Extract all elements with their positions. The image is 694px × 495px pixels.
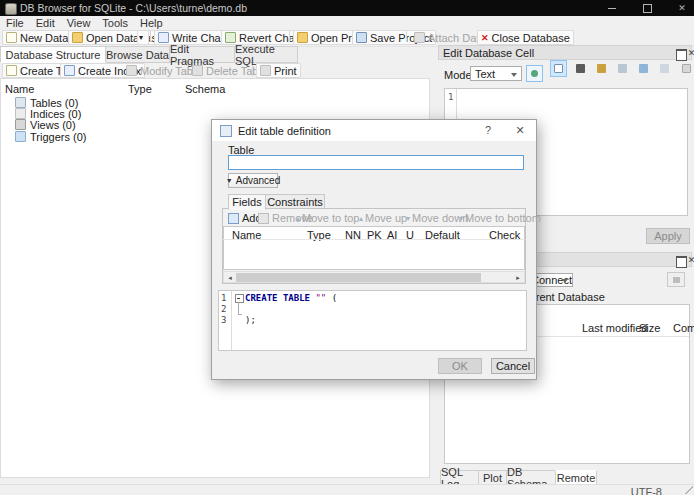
sql-close-paren: ); [245, 315, 256, 325]
apply-button[interactable]: Apply [646, 228, 690, 244]
attach-database-icon [414, 32, 425, 43]
print-cell-button[interactable] [678, 60, 694, 77]
close-database-button[interactable]: ✕ Close Database [477, 30, 574, 45]
remote-column-size[interactable]: Size [639, 322, 660, 334]
tree-column-name[interactable]: Name [5, 83, 34, 95]
toolbar-separator [150, 31, 151, 42]
ok-button[interactable]: OK [438, 358, 482, 374]
export-data-icon [660, 64, 669, 73]
open-project-icon [297, 32, 308, 43]
import-data-button[interactable] [635, 60, 652, 77]
scrollbar-thumb[interactable] [236, 273, 481, 282]
tab-execute-sql[interactable]: Execute SQL [234, 46, 298, 63]
add-field-button[interactable]: Add [228, 212, 262, 224]
chevron-down-icon [562, 279, 568, 283]
views-icon [15, 119, 26, 130]
chevron-down-icon [511, 73, 517, 77]
menu-bar: File Edit View Tools Help [0, 16, 694, 29]
print-button[interactable]: Print [256, 63, 301, 78]
save-project-icon [356, 32, 367, 43]
menu-file[interactable]: File [0, 17, 30, 29]
dialog-close-button[interactable]: ✕ [506, 120, 534, 141]
toolbar-separator [252, 65, 253, 76]
resize-grip[interactable] [685, 486, 693, 494]
menu-edit[interactable]: Edit [30, 17, 61, 29]
open-database-dropdown[interactable]: ▾ [137, 30, 149, 45]
remote-refresh-button[interactable] [667, 272, 685, 287]
scroll-right-icon[interactable]: ▸ [513, 273, 523, 282]
close-panel-icon[interactable]: ✕ [687, 49, 694, 58]
menu-tools[interactable]: Tools [96, 17, 134, 29]
add-field-icon [228, 213, 239, 224]
fields-header-divider [223, 239, 525, 240]
save-file-button[interactable] [614, 60, 631, 77]
gutter-divider [231, 291, 232, 350]
open-database-icon [72, 32, 83, 43]
app-icon [5, 3, 17, 15]
tab-edit-pragmas[interactable]: Edit Pragmas [169, 46, 235, 63]
close-database-icon: ✕ [481, 33, 489, 43]
structure-toolbar: Create Table Create Index Modify Table D… [0, 62, 430, 78]
fields-table[interactable]: Name Type NN PK AI U Default Check [223, 226, 525, 270]
indices-icon [15, 108, 26, 119]
title-bar: DB Browser for SQLite - C:\Users\turne\d… [0, 0, 694, 16]
import-data-icon [639, 64, 648, 73]
encoding-indicator: UTF-8 [631, 486, 662, 495]
move-up-icon: ▴ [359, 214, 363, 223]
window-title: DB Browser for SQLite - C:\Users\turne\d… [20, 2, 247, 14]
sql-preview[interactable]: 1 2 3 CREATE TABLE "" ( ); [218, 290, 527, 351]
fold-guide [238, 314, 242, 315]
minimize-button[interactable] [597, 0, 627, 16]
edit-table-dialog: Edit table definition ? ✕ Table ▼ Advanc… [211, 119, 537, 380]
menu-help[interactable]: Help [134, 17, 169, 29]
move-to-bottom-button[interactable]: ▾ Move to bottom [459, 212, 541, 224]
advanced-button[interactable]: ▼ Advanced [228, 173, 278, 188]
status-bar: UTF-8 [0, 484, 694, 495]
tab-fields[interactable]: Fields [228, 194, 266, 210]
tree-item-tables[interactable]: Tables (0) [1, 97, 429, 108]
sql-string: "" [315, 293, 326, 303]
fields-horizontal-scrollbar[interactable]: ◂ ▸ [223, 271, 525, 283]
text-mode-icon [554, 64, 563, 73]
open-file-button[interactable] [593, 60, 610, 77]
remove-field-icon [258, 213, 269, 224]
dialog-title-bar[interactable]: Edit table definition ? ✕ [212, 120, 536, 141]
print-icon [260, 65, 271, 76]
mode-select[interactable]: Text [470, 66, 522, 81]
export-data-button[interactable] [656, 60, 673, 77]
tables-icon [15, 97, 26, 108]
edit-cell-panel-header: Edit Database Cell ✕ [438, 45, 692, 60]
tab-database-structure[interactable]: Database Structure [0, 46, 106, 63]
dialog-title: Edit table definition [238, 125, 331, 137]
dialog-help-button[interactable]: ? [474, 120, 502, 141]
word-wrap-toggle[interactable] [526, 65, 543, 82]
sql-keyword: CREATE TABLE [245, 293, 310, 303]
close-panel-icon[interactable]: ✕ [687, 256, 694, 265]
edit-cell-panel-title: Edit Database Cell [443, 47, 534, 59]
remote-column-commit[interactable]: Commit [673, 322, 694, 334]
move-to-top-button[interactable]: ▴ Move to top [296, 212, 360, 224]
tree-column-schema[interactable]: Schema [185, 83, 225, 95]
maximize-button[interactable] [632, 0, 662, 16]
menu-view[interactable]: View [61, 17, 97, 29]
move-down-icon: ▾ [406, 214, 410, 223]
dialog-icon [220, 125, 232, 137]
remote-column-last-modified[interactable]: Last modified [582, 322, 647, 334]
code-fold-icon[interactable] [235, 294, 244, 303]
toolbar-separator [406, 31, 407, 42]
tab-browse-data[interactable]: Browse Data [105, 46, 170, 63]
table-name-input[interactable] [228, 155, 524, 170]
create-table-icon [6, 65, 17, 76]
rtl-text-button[interactable] [572, 60, 589, 77]
fold-guide [238, 302, 239, 314]
open-database-button[interactable]: Open Database [68, 30, 167, 45]
sql-paren: ( [332, 293, 337, 303]
tree-column-type[interactable]: Type [128, 83, 152, 95]
move-up-button[interactable]: ▴ Move up [359, 212, 407, 224]
scroll-left-icon[interactable]: ◂ [225, 273, 235, 282]
print-cell-icon [682, 64, 691, 73]
close-window-button[interactable]: ✕ [667, 0, 694, 16]
text-mode-button[interactable] [550, 60, 567, 77]
tree-item-indices[interactable]: Indices (0) [1, 108, 429, 119]
cancel-button[interactable]: Cancel [491, 358, 535, 374]
